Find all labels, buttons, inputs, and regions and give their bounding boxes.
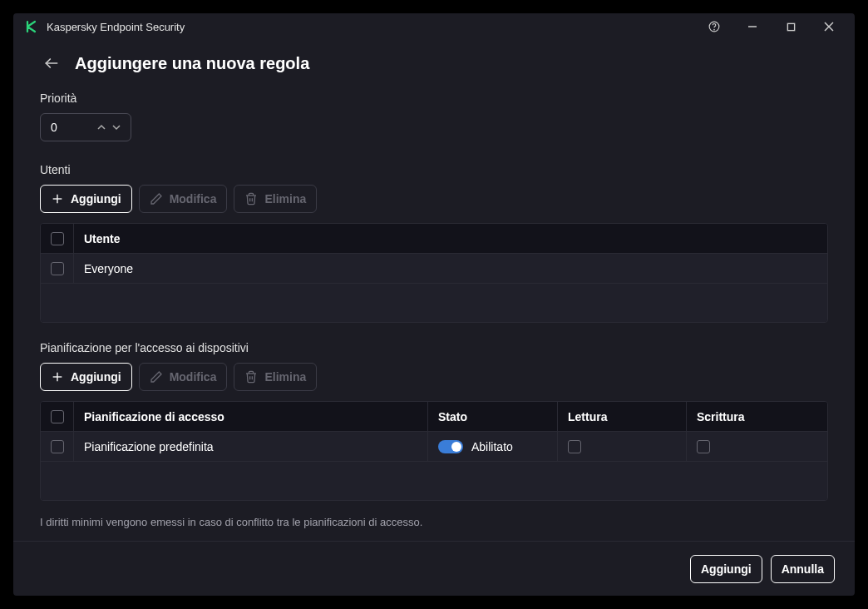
content-area: Aggiungere una nuova regola Priorità 0 U… bbox=[13, 40, 855, 541]
schedule-delete-button: Elimina bbox=[234, 363, 317, 391]
schedule-delete-label: Elimina bbox=[264, 370, 306, 384]
users-table-row[interactable]: Everyone bbox=[41, 254, 827, 284]
footer-cancel-label: Annulla bbox=[782, 562, 824, 576]
user-name: Everyone bbox=[74, 254, 827, 283]
svg-rect-3 bbox=[787, 23, 794, 30]
user-row-checkbox[interactable] bbox=[51, 262, 64, 275]
page-title: Aggiungere una nuova regola bbox=[75, 54, 309, 73]
footer-add-button[interactable]: Aggiungi bbox=[690, 555, 762, 583]
schedule-edit-button: Modifica bbox=[139, 363, 228, 391]
users-label: Utenti bbox=[40, 163, 828, 176]
users-add-label: Aggiungi bbox=[71, 192, 121, 205]
users-select-all-checkbox[interactable] bbox=[51, 232, 64, 245]
priority-up-button[interactable] bbox=[94, 114, 109, 141]
back-button[interactable] bbox=[40, 52, 63, 75]
priority-value: 0 bbox=[51, 121, 94, 134]
schedule-name: Pianificazione predefinita bbox=[74, 432, 428, 461]
schedule-col-name: Pianificazione di accesso bbox=[74, 402, 428, 431]
users-delete-label: Elimina bbox=[264, 192, 306, 205]
users-table: Utente Everyone bbox=[40, 223, 828, 323]
app-title: Kaspersky Endpoint Security bbox=[47, 21, 695, 33]
conflict-note: I diritti minimi vengono emessi in caso … bbox=[40, 516, 828, 528]
users-toolbar: Aggiungi Modifica Elimina bbox=[40, 185, 828, 213]
users-edit-label: Modifica bbox=[170, 192, 217, 205]
schedule-write-checkbox[interactable] bbox=[697, 440, 710, 453]
page-header: Aggiungere una nuova regola bbox=[40, 52, 828, 75]
schedule-col-read: Lettura bbox=[558, 402, 687, 431]
footer-cancel-button[interactable]: Annulla bbox=[771, 555, 835, 583]
maximize-button[interactable] bbox=[772, 13, 810, 40]
schedule-table-empty-space bbox=[41, 462, 827, 500]
priority-input[interactable]: 0 bbox=[40, 113, 131, 141]
app-window: Kaspersky Endpoint Security Aggiungere u… bbox=[13, 13, 855, 596]
schedule-state-cell: Abilitato bbox=[428, 432, 558, 461]
svg-point-1 bbox=[714, 29, 715, 30]
schedule-state-toggle[interactable] bbox=[438, 440, 463, 453]
app-logo-icon bbox=[25, 19, 40, 34]
schedule-table-row[interactable]: Pianificazione predefinita Abilitato bbox=[41, 432, 827, 462]
users-add-button[interactable]: Aggiungi bbox=[40, 185, 132, 213]
help-button[interactable] bbox=[695, 13, 733, 40]
schedule-label: Pianificazione per l'accesso ai disposit… bbox=[40, 341, 828, 354]
priority-label: Priorità bbox=[40, 92, 828, 105]
footer: Aggiungi Annulla bbox=[13, 541, 855, 596]
priority-down-button[interactable] bbox=[109, 114, 124, 141]
schedule-select-all-checkbox[interactable] bbox=[51, 410, 64, 423]
users-table-header: Utente bbox=[41, 224, 827, 254]
titlebar: Kaspersky Endpoint Security bbox=[13, 13, 855, 40]
schedule-table: Pianificazione di accesso Stato Lettura … bbox=[40, 401, 828, 501]
users-table-empty-space bbox=[41, 284, 827, 322]
schedule-edit-label: Modifica bbox=[170, 370, 217, 384]
schedule-col-write: Scrittura bbox=[687, 402, 827, 431]
users-header-user: Utente bbox=[74, 224, 827, 253]
schedule-state-label: Abilitato bbox=[471, 440, 513, 453]
schedule-read-checkbox[interactable] bbox=[568, 440, 581, 453]
minimize-button[interactable] bbox=[733, 13, 772, 40]
schedule-col-state: Stato bbox=[428, 402, 558, 431]
close-button[interactable] bbox=[810, 13, 848, 40]
users-edit-button: Modifica bbox=[139, 185, 228, 213]
footer-add-label: Aggiungi bbox=[701, 562, 752, 576]
users-delete-button: Elimina bbox=[234, 185, 317, 213]
schedule-add-button[interactable]: Aggiungi bbox=[40, 363, 132, 391]
schedule-table-header: Pianificazione di accesso Stato Lettura … bbox=[41, 402, 827, 432]
schedule-add-label: Aggiungi bbox=[71, 370, 121, 384]
schedule-toolbar: Aggiungi Modifica Elimina bbox=[40, 363, 828, 391]
schedule-row-checkbox[interactable] bbox=[51, 440, 64, 453]
